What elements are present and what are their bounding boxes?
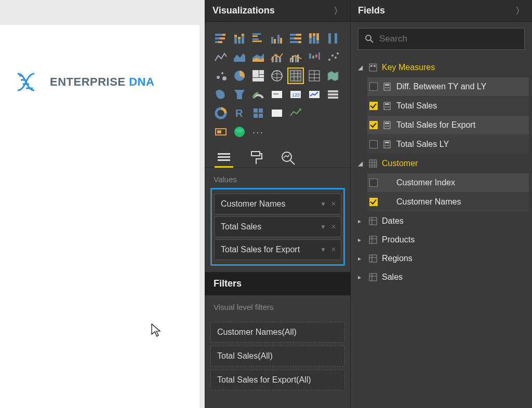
viz-property-tabs — [205, 144, 350, 168]
viz-kpi-icon[interactable] — [306, 86, 323, 103]
viz-custom-icon[interactable] — [250, 105, 267, 121]
fields-tree: ◢ Key Measures Diff. Between TY and LY T… — [351, 56, 532, 287]
svg-rect-87 — [254, 108, 258, 113]
field-row[interactable]: Customer Names — [367, 193, 529, 211]
viz-line-column-icon[interactable] — [269, 49, 285, 65]
svg-point-55 — [337, 52, 339, 55]
viz-stacked-column-icon[interactable] — [231, 30, 248, 47]
filter-well[interactable]: Total Sales(All) — [210, 346, 345, 366]
collapse-icon[interactable]: 〉 — [515, 5, 525, 17]
viz-100-stacked-bar-icon[interactable] — [287, 30, 304, 47]
remove-icon[interactable]: × — [328, 222, 339, 232]
svg-point-92 — [299, 108, 301, 111]
visual-level-filters-group[interactable]: Customer Names(All) Total Sales(All) Tot… — [210, 316, 345, 397]
svg-rect-123 — [385, 142, 389, 143]
viz-clustered-bar-icon[interactable] — [250, 30, 267, 47]
filters-header[interactable]: Filters — [205, 272, 350, 295]
remove-icon[interactable]: × — [328, 199, 339, 209]
field-row[interactable]: Total Sales — [367, 97, 529, 115]
viz-line-icon[interactable] — [212, 49, 229, 65]
table-node-sales[interactable]: ▸ Sales — [355, 268, 532, 287]
values-well-group[interactable]: Customer Names ▼ × Total Sales ▼ × Total… — [210, 188, 345, 266]
viz-stacked-area-icon[interactable] — [250, 49, 267, 65]
report-page[interactable]: ENTERPRISE DNA — [0, 25, 200, 408]
viz-line-clustered-icon[interactable] — [287, 49, 304, 65]
checkbox[interactable] — [369, 198, 378, 206]
viz-treemap-icon[interactable] — [250, 67, 267, 84]
viz-arcgis-icon[interactable] — [231, 124, 248, 140]
viz-100-stacked-column-icon[interactable] — [306, 30, 323, 47]
field-row[interactable]: Customer Index — [367, 173, 529, 192]
checkbox[interactable] — [369, 83, 378, 91]
table-node-products[interactable]: ▸ Products — [355, 230, 532, 249]
viz-funnel-icon[interactable] — [231, 86, 248, 103]
table-node-key-measures[interactable]: ◢ Key Measures — [355, 58, 532, 77]
viz-filled-map-icon[interactable] — [325, 67, 341, 84]
svg-point-102 — [366, 35, 371, 40]
viz-python-icon[interactable] — [269, 105, 285, 121]
value-well-label: Total Sales — [221, 222, 261, 232]
table-node-customer[interactable]: ◢ Customer — [355, 154, 532, 173]
viz-waterfall-icon[interactable] — [306, 49, 323, 65]
svg-rect-82 — [328, 90, 338, 92]
svg-rect-29 — [298, 41, 301, 43]
caret-right-icon: ▸ — [358, 255, 364, 262]
search-box[interactable] — [358, 28, 525, 50]
dna-icon — [16, 72, 45, 92]
svg-rect-98 — [218, 159, 230, 161]
svg-rect-127 — [369, 160, 377, 167]
svg-rect-63 — [252, 78, 264, 81]
viz-clustered-column-icon[interactable] — [269, 30, 285, 47]
viz-map-icon[interactable] — [269, 67, 285, 84]
analytics-tab[interactable] — [279, 148, 298, 167]
viz-scatter-icon[interactable] — [325, 49, 341, 65]
collapse-icon[interactable]: 〉 — [334, 5, 343, 17]
table-node-regions[interactable]: ▸ Regions — [355, 249, 532, 268]
viz-stacked-bar-icon[interactable] — [212, 30, 229, 47]
value-well[interactable]: Total Sales for Export ▼ × — [214, 239, 341, 260]
format-tab[interactable] — [247, 148, 265, 167]
field-row[interactable]: Diff. Between TY and LY — [367, 77, 529, 96]
table-node-dates[interactable]: ▸ Dates — [355, 212, 532, 230]
fields-tab[interactable] — [215, 148, 233, 167]
chevron-down-icon[interactable]: ▼ — [318, 223, 328, 230]
remove-icon[interactable]: × — [328, 245, 339, 254]
svg-rect-47 — [297, 55, 299, 62]
value-well[interactable]: Customer Names ▼ × — [214, 194, 341, 214]
filter-well[interactable]: Customer Names(All) — [210, 322, 345, 343]
viz-card-outline-icon[interactable] — [212, 124, 229, 140]
viz-ribbon-icon[interactable] — [325, 30, 341, 47]
svg-rect-99 — [251, 152, 260, 156]
fields-header[interactable]: Fields 〉 — [351, 0, 532, 22]
viz-area-icon[interactable] — [231, 49, 248, 65]
viz-bubble-icon[interactable] — [212, 67, 229, 84]
viz-placeholder-icon[interactable] — [306, 105, 323, 121]
viz-donut-icon[interactable] — [212, 105, 229, 121]
viz-slicer-icon[interactable] — [325, 86, 341, 103]
value-well[interactable]: Total Sales ▼ × — [214, 216, 341, 237]
viz-more-icon[interactable]: ··· — [250, 124, 267, 140]
viz-matrix-icon[interactable] — [306, 67, 323, 84]
filter-well[interactable]: Total Sales for Export(All) — [210, 370, 345, 390]
viz-card-icon[interactable] — [269, 86, 285, 103]
viz-r-icon[interactable]: R — [231, 105, 248, 121]
viz-gauge-icon[interactable] — [250, 86, 267, 103]
viz-pie-icon[interactable] — [231, 67, 248, 84]
checkbox[interactable] — [369, 179, 378, 187]
viz-shape-map-icon[interactable] — [212, 86, 229, 103]
checkbox[interactable] — [369, 140, 378, 148]
viz-placeholder-icon[interactable] — [325, 105, 341, 121]
checkbox[interactable] — [369, 102, 378, 110]
viz-table-icon[interactable] — [287, 67, 304, 84]
caret-right-icon: ▸ — [358, 236, 364, 243]
search-input[interactable] — [379, 34, 518, 44]
field-row[interactable]: Total Sales for Export — [367, 116, 529, 134]
checkbox[interactable] — [369, 121, 378, 129]
chevron-down-icon[interactable]: ▼ — [318, 246, 328, 253]
viz-multi-card-icon[interactable]: 123 — [287, 86, 304, 103]
svg-rect-5 — [222, 34, 225, 36]
visualizations-header[interactable]: Visualizations 〉 — [205, 0, 350, 22]
viz-line-and-dots-icon[interactable] — [287, 105, 304, 121]
chevron-down-icon[interactable]: ▼ — [318, 200, 328, 208]
field-row[interactable]: Total Sales LY — [367, 135, 529, 154]
